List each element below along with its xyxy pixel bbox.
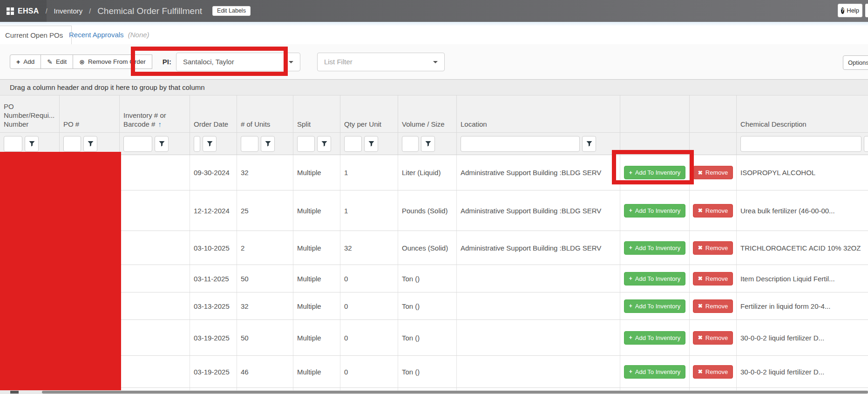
app-logo[interactable]: EHSA xyxy=(0,7,39,15)
edit-button[interactable]: ✎ Edit xyxy=(41,54,73,69)
add-to-inventory-button[interactable]: + Add To Inventory xyxy=(624,331,685,345)
plus-icon: + xyxy=(629,335,632,340)
cell-remove-action: ✖ Remove xyxy=(690,190,737,231)
column-header-qty-per-unit[interactable]: Qty per Unit xyxy=(340,95,398,132)
table-row: 03-11-2025 50 Multiple 0 Ton () + Add To… xyxy=(0,265,868,292)
tab-recent-approvals[interactable]: Recent Approvals (None) xyxy=(69,26,149,44)
add-to-inventory-button[interactable]: + Add To Inventory xyxy=(624,166,685,179)
remove-button[interactable]: ✖ Remove xyxy=(693,241,733,255)
group-by-drop-zone[interactable]: Drag a column header and drop it here to… xyxy=(0,80,868,95)
x-icon: ✖ xyxy=(698,303,703,309)
remove-button[interactable]: ✖ Remove xyxy=(693,299,733,313)
add-to-inventory-button[interactable]: + Add To Inventory xyxy=(624,272,685,285)
add-button[interactable]: + Add xyxy=(10,54,41,69)
remove-button[interactable]: ✖ Remove xyxy=(693,166,733,179)
remove-button[interactable]: ✖ Remove xyxy=(693,204,733,217)
filter-funnel-button[interactable] xyxy=(155,136,169,152)
plus-icon: + xyxy=(629,369,632,374)
tab-recent-approvals-label: Recent Approvals xyxy=(69,31,124,39)
caret-down-icon xyxy=(433,61,438,63)
filter-funnel-button[interactable] xyxy=(25,136,39,152)
cell-split: Multiple xyxy=(293,231,340,265)
cell-chemical-description: Fertilizer in liquid form 20-4... xyxy=(737,292,868,319)
filter-cell-volume-size xyxy=(398,133,457,155)
cell-volume-size: Ton () xyxy=(398,356,457,387)
cell-order-date: 09-30-2024 xyxy=(190,155,237,190)
column-header-volume-size[interactable]: Volume / Size xyxy=(398,95,457,132)
filter-funnel-button[interactable] xyxy=(582,136,596,152)
filter-funnel-button[interactable] xyxy=(83,136,97,152)
tab-bar: Current Open POs Recent Approvals (None) xyxy=(0,26,868,45)
column-header-order-date[interactable]: Order Date xyxy=(190,95,237,132)
table-row: 03-19-2025 46 Multiple 0 Ton () + Add To… xyxy=(0,356,868,388)
remove-button[interactable]: ✖ Remove xyxy=(693,272,733,285)
tab-current-open-pos[interactable]: Current Open POs xyxy=(0,26,72,45)
filter-input[interactable] xyxy=(297,136,315,152)
column-header-po[interactable]: PO # xyxy=(60,95,120,132)
cell-inventory xyxy=(120,320,190,355)
list-filter-select[interactable]: List Filter xyxy=(317,53,445,71)
funnel-icon xyxy=(368,141,374,147)
edit-label: Edit xyxy=(56,58,67,65)
column-header-units[interactable]: # of Units xyxy=(237,95,293,132)
filter-input[interactable] xyxy=(123,136,152,152)
filter-input[interactable] xyxy=(461,136,580,152)
breadcrumb-inventory[interactable]: Inventory xyxy=(54,7,83,15)
cell-qty-per-unit: 32 xyxy=(340,231,398,265)
cell-inventory xyxy=(120,265,190,292)
filter-funnel-button[interactable] xyxy=(261,136,275,152)
horizontal-scrollbar[interactable] xyxy=(0,390,868,394)
help-button[interactable]: ? Help xyxy=(838,4,862,17)
cell-add-action: + Add To Inventory xyxy=(620,292,690,319)
filter-input[interactable] xyxy=(344,136,362,152)
group-by-hint: Drag a column header and drop it here to… xyxy=(10,83,205,91)
funnel-icon xyxy=(88,141,94,147)
funnel-icon xyxy=(586,141,592,147)
add-to-inventory-button[interactable]: + Add To Inventory xyxy=(624,204,685,217)
pi-select-value: Santaloci, Taylor xyxy=(183,58,234,66)
column-header-location[interactable]: Location xyxy=(457,95,620,132)
add-label: Add xyxy=(23,58,34,65)
cell-qty-per-unit: 0 xyxy=(340,265,398,292)
filter-funnel-button[interactable] xyxy=(317,136,331,152)
add-to-inventory-button[interactable]: + Add To Inventory xyxy=(624,365,685,379)
filter-input[interactable] xyxy=(4,136,22,152)
cell-split: Multiple xyxy=(293,155,340,190)
filter-input[interactable] xyxy=(402,136,419,152)
cell-inventory xyxy=(120,190,190,231)
filter-input[interactable] xyxy=(241,136,258,152)
list-filter-placeholder: List Filter xyxy=(324,58,353,66)
remove-button[interactable]: ✖ Remove xyxy=(693,331,733,345)
cell-volume-size: Ounces (Solid) xyxy=(398,231,457,265)
add-to-inventory-button[interactable]: + Add To Inventory xyxy=(624,241,685,255)
edit-labels-button[interactable]: Edit Labels xyxy=(212,6,251,16)
cell-inventory xyxy=(120,356,190,387)
help-icon: ? xyxy=(841,7,844,14)
filter-cell-po xyxy=(60,133,120,155)
filter-funnel-button[interactable] xyxy=(864,136,868,152)
filter-input[interactable] xyxy=(740,136,861,152)
column-header-inventory-barcode[interactable]: Inventory # or Barcode #↑ xyxy=(120,95,190,132)
column-header-po-number[interactable]: PO Number/Requi... Number xyxy=(0,95,60,132)
cell-chemical-description: Item Description Liquid Fertil... xyxy=(737,265,868,292)
filter-input[interactable] xyxy=(194,136,200,152)
tab-recent-approvals-count: (None) xyxy=(128,31,149,39)
add-to-inventory-button[interactable]: + Add To Inventory xyxy=(624,299,685,313)
filter-funnel-button[interactable] xyxy=(364,136,378,152)
remove-circle-icon: ⊗ xyxy=(79,59,85,65)
column-header-chemical-description[interactable]: Chemical Description xyxy=(737,95,868,132)
column-header-split[interactable]: Split xyxy=(293,95,340,132)
filter-funnel-button[interactable] xyxy=(203,136,217,152)
remove-button[interactable]: ✖ Remove xyxy=(693,365,733,379)
filter-funnel-button[interactable] xyxy=(421,136,435,152)
pi-label: PI: xyxy=(163,58,171,66)
cell-volume-size: Ton () xyxy=(398,292,457,319)
cell-remove-action: ✖ Remove xyxy=(690,265,737,292)
scrollbar-left-block[interactable] xyxy=(10,391,19,394)
filter-input[interactable] xyxy=(63,136,81,152)
plus-icon: + xyxy=(16,59,20,65)
options-button[interactable]: Options xyxy=(843,55,868,70)
remove-from-order-button[interactable]: ⊗ Remove From Order xyxy=(73,54,152,69)
pi-select[interactable]: Santaloci, Taylor xyxy=(176,53,300,71)
scrollbar-thumb[interactable] xyxy=(42,391,868,394)
